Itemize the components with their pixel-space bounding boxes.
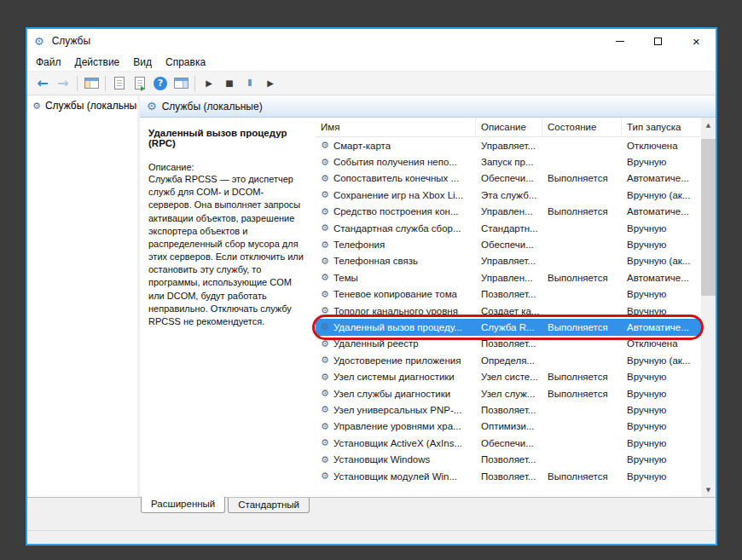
start-service-icon[interactable]: ▶ <box>199 73 219 94</box>
show-action-pane-button[interactable] <box>171 73 191 94</box>
service-row[interactable]: ⚙Теневое копирование томаПозволяет...Вру… <box>316 286 701 303</box>
service-row[interactable]: ⚙Сохранение игр на Xbox Li...Эта служб..… <box>316 187 701 203</box>
back-icon[interactable]: ← <box>32 73 53 94</box>
service-name: Удостоверение приложения <box>333 355 461 366</box>
service-row[interactable]: ⚙Стандартная служба сбор...Стандартн...В… <box>316 220 701 236</box>
tab-standard[interactable]: Стандартный <box>228 498 310 513</box>
tree-item-label: Службы (локальные) <box>45 100 137 112</box>
service-row[interactable]: ⚙ТелефонияОбеспечи...Вручную <box>316 236 701 252</box>
service-startup-type: Автоматиче... <box>622 206 701 216</box>
service-row[interactable]: ⚙Удаленный реестрПозволяет...Отключена <box>316 336 701 352</box>
service-description: Позволяет... <box>476 338 542 349</box>
show-console-tree-button[interactable] <box>81 73 101 94</box>
toolbar-separator <box>105 76 106 91</box>
service-name-cell: ⚙Сопоставитель конечных ... <box>316 173 476 183</box>
help-button[interactable]: ? <box>150 73 171 94</box>
stop-service-icon[interactable]: ■ <box>219 73 240 94</box>
service-row[interactable]: ⚙Телефонная связьУправляет...Вручную (ак… <box>316 253 701 269</box>
scroll-down-button[interactable]: ▼ <box>701 482 716 497</box>
service-startup-type: Отключена <box>622 141 701 151</box>
service-name-cell: ⚙Удаленный реестр <box>316 338 476 349</box>
service-row[interactable]: ⚙Средство построения кон...Управлен...Вы… <box>316 204 701 220</box>
service-row[interactable]: ⚙Узел системы диагностикиУзел систе...Вы… <box>316 368 701 384</box>
scrollbar-thumb[interactable] <box>701 139 716 296</box>
service-row-selected[interactable]: ⚙Удаленный вызов процеду...Служба R...Вы… <box>316 319 701 335</box>
minimize-button[interactable] <box>600 29 639 53</box>
service-row[interactable]: ⚙Установщик модулей Win...Позволяет...Вы… <box>316 468 701 484</box>
menu-action[interactable]: Действие <box>68 54 127 71</box>
vertical-scrollbar[interactable]: ▲ ▼ <box>701 118 716 497</box>
service-row[interactable]: ⚙Управление уровнями хра...Оптимизи...Вр… <box>316 419 701 435</box>
service-description: Управляет... <box>476 256 542 266</box>
column-header-name[interactable]: Имя <box>316 118 476 136</box>
services-node-icon: ⚙ <box>32 101 41 111</box>
close-button[interactable]: × <box>677 29 716 53</box>
service-description-text: Служба RPCSS — это диспетчер служб для C… <box>148 173 305 328</box>
service-status: Выполняется <box>542 471 622 482</box>
service-row[interactable]: ⚙Тополог канального уровняСоздает ка...В… <box>316 303 701 319</box>
service-name-cell: ⚙Сохранение игр на Xbox Li... <box>316 190 476 200</box>
restart-service-icon[interactable]: ▶ <box>260 73 281 94</box>
service-row[interactable]: ⚙Удостоверение приложенияОпределя...Вруч… <box>316 352 701 368</box>
toolbar: ←→?▶■Ⅱ▶ <box>27 72 716 95</box>
service-name-cell: ⚙Телефония <box>316 240 476 250</box>
menu-bar: ФайлДействиеВидСправка <box>27 53 716 72</box>
maximize-button[interactable] <box>639 29 677 53</box>
forward-icon[interactable]: → <box>53 73 73 94</box>
service-row[interactable]: ⚙ТемыУправлен...ВыполняетсяАвтоматиче... <box>316 269 701 286</box>
pause-service-icon[interactable]: Ⅱ <box>240 73 260 94</box>
toolbar-separator <box>194 76 195 91</box>
service-description: Управлен... <box>476 273 542 283</box>
service-name: Удаленный вызов процеду... <box>333 322 462 332</box>
service-name-cell: ⚙Установщик Windows <box>316 454 476 465</box>
service-row[interactable]: ⚙Сопоставитель конечных ...Обеспечи...Вы… <box>316 170 701 187</box>
show-action-pane-icon <box>174 78 188 89</box>
service-name-cell: ⚙События получения непо... <box>316 157 476 167</box>
service-row[interactable]: ⚙Установщик ActiveX (AxIns...Обеспечи...… <box>316 435 701 451</box>
properties-button[interactable] <box>130 73 150 94</box>
service-startup-type: Вручную <box>622 372 701 382</box>
service-startup-type: Вручную <box>622 157 701 167</box>
caption-buttons: × <box>600 29 716 53</box>
service-startup-type: Вручную <box>622 306 701 316</box>
service-name: Смарт-карта <box>333 141 391 151</box>
service-row[interactable]: ⚙Смарт-картаУправляет...Отключена <box>316 137 701 153</box>
service-startup-type: Вручную <box>622 454 701 465</box>
menu-view[interactable]: Вид <box>126 54 159 71</box>
service-description: Управляет... <box>476 141 542 151</box>
maximize-icon <box>654 38 662 45</box>
tree-item-services-local[interactable]: ⚙ Службы (локальные) <box>27 95 137 114</box>
service-description: Позволяет... <box>476 289 542 299</box>
service-name: Управление уровнями хра... <box>333 421 461 431</box>
service-status: Выполняется <box>542 173 622 183</box>
column-header-status[interactable]: Состояние <box>542 118 622 136</box>
service-startup-type: Вручную <box>622 240 701 250</box>
service-startup-type: Вручную (ак... <box>622 256 701 266</box>
service-gear-icon: ⚙ <box>321 141 329 150</box>
column-header-description[interactable]: Описание <box>476 118 542 136</box>
table-header-row: ИмяОписаниеСостояниеТип запуска <box>316 118 701 137</box>
service-row[interactable]: ⚙Узел универсальных PNP-...Позволяет...В… <box>316 401 701 418</box>
tab-extended[interactable]: Расширенный <box>141 497 225 513</box>
export-list-icon <box>114 77 125 89</box>
scroll-down-icon: ▼ <box>706 487 710 494</box>
service-name: Сохранение игр на Xbox Li... <box>333 190 463 200</box>
scroll-up-button[interactable]: ▲ <box>701 118 716 132</box>
menu-help[interactable]: Справка <box>159 54 212 71</box>
titlebar[interactable]: ⚙ Службы × <box>27 29 716 53</box>
service-name: Установщик Windows <box>333 454 430 465</box>
service-status: Выполняется <box>542 389 622 399</box>
service-description: Управлен... <box>476 206 542 216</box>
service-name-cell: ⚙Узел службы диагностики <box>316 389 476 399</box>
service-row[interactable]: ⚙События получения непо...Запуск пр...Вр… <box>316 153 701 170</box>
menu-file[interactable]: Файл <box>29 54 68 71</box>
service-name: Телефония <box>333 240 385 250</box>
service-description: Обеспечи... <box>476 173 542 183</box>
service-startup-type: Вручную <box>622 405 701 415</box>
service-row[interactable]: ⚙Установщик WindowsПозволяет...Вручную <box>316 451 701 467</box>
column-header-startup-type[interactable]: Тип запуска <box>622 118 701 136</box>
service-name-cell: ⚙Темы <box>316 273 476 283</box>
service-row[interactable]: ⚙Узел службы диагностикиУзел служ...Выпо… <box>316 385 701 401</box>
service-description: Запуск пр... <box>476 157 542 167</box>
export-list-button[interactable] <box>109 73 130 94</box>
